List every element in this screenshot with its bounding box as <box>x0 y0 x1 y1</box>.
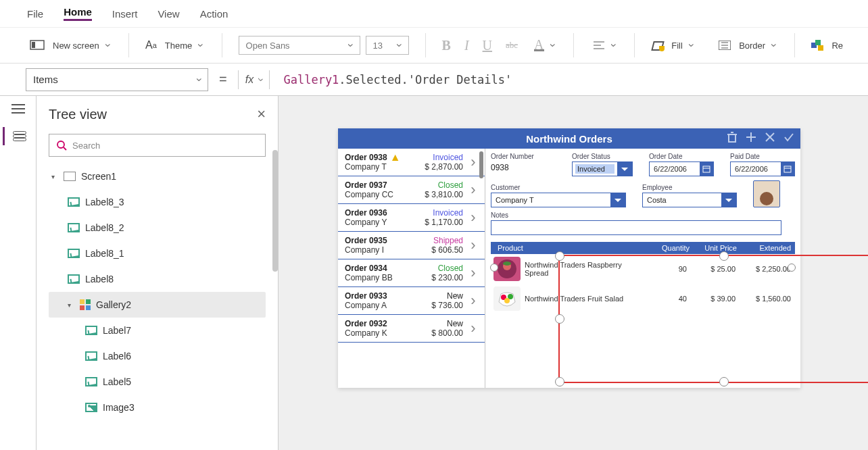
confirm-icon[interactable] <box>783 131 795 143</box>
gallery-icon <box>80 299 91 310</box>
customer-select[interactable]: Company T <box>491 193 626 207</box>
ribbon: New screen Aa Theme Open Sans 13 B I U a… <box>0 27 868 64</box>
new-screen-icon <box>30 40 45 51</box>
product-extended: $ 2,250.00 <box>737 265 791 273</box>
chevron-down-icon <box>195 74 201 86</box>
tree-node-label8[interactable]: Label8 <box>49 266 266 292</box>
order-status: Invoiced <box>425 208 463 218</box>
cancel-icon[interactable] <box>764 131 776 143</box>
formula-input[interactable]: Gallery1.Selected.'Order Details' <box>276 73 512 86</box>
fill-button[interactable]: Fill <box>669 38 696 53</box>
order-list-item[interactable]: Order 0934Closed›Company BB$ 230.00 <box>338 259 485 287</box>
chevron-down-icon <box>721 193 736 207</box>
tree-scrollbar[interactable] <box>272 150 278 272</box>
tree-node-label5[interactable]: Label5 <box>49 369 266 395</box>
label-icon <box>68 249 80 258</box>
new-screen-button[interactable]: New screen <box>50 38 112 53</box>
fx-button[interactable]: fx <box>245 74 263 86</box>
order-id: Order 0937 <box>345 180 420 190</box>
underline-icon[interactable]: U <box>483 38 492 53</box>
font-size-selector[interactable]: 13 <box>366 36 409 55</box>
reorder-button[interactable]: Re <box>829 39 846 52</box>
label-order-date: Order Date <box>649 153 714 160</box>
property-selector[interactable]: Items <box>26 68 208 91</box>
paid-date-input[interactable]: 6/22/2006 <box>730 161 795 176</box>
order-amount: $ 3,810.00 <box>425 190 463 199</box>
search-placeholder: Search <box>72 141 100 151</box>
item-handle[interactable] <box>788 264 796 272</box>
order-list-scrollbar[interactable] <box>479 151 483 178</box>
details-grid-row[interactable]: Northwind Traders Fruit Salad40$ 39.00$ … <box>491 284 795 314</box>
employee-avatar <box>753 180 780 207</box>
menu-home[interactable]: Home <box>64 6 92 21</box>
label-customer: Customer <box>491 184 626 191</box>
menu-insert[interactable]: Insert <box>112 8 138 20</box>
label-icon <box>68 197 80 207</box>
notes-input[interactable] <box>491 220 781 235</box>
order-amount: $ 736.00 <box>431 301 463 310</box>
chevron-down-icon <box>256 74 262 86</box>
menu-action[interactable]: Action <box>200 8 228 20</box>
order-list-item[interactable]: Order 0933New›Company A$ 736.00 <box>338 287 485 315</box>
close-panel-icon[interactable]: × <box>257 105 266 123</box>
label-order-number: Order Number <box>491 153 556 160</box>
tree-node-screen1[interactable]: ▾ Screen1 <box>49 164 266 189</box>
order-status: Closed <box>431 264 463 273</box>
label-notes: Notes <box>491 211 781 219</box>
order-date-input[interactable]: 6/22/2006 <box>649 161 714 176</box>
order-list-item[interactable]: Order 0932New›Company K$ 800.00 <box>338 315 485 343</box>
hamburger-icon[interactable] <box>11 104 25 114</box>
order-id: Order 0935 <box>345 236 427 245</box>
svg-rect-11 <box>818 45 823 51</box>
tree-view-rail-button[interactable] <box>3 127 32 145</box>
order-amount: $ 606.50 <box>431 245 463 255</box>
tree-node-gallery2[interactable]: ▾ Gallery2 <box>49 292 266 318</box>
order-list-item[interactable]: Order 0936Invoiced›Company Y$ 1,170.00 <box>338 204 485 232</box>
reorder-icon <box>811 40 823 51</box>
svg-point-30 <box>504 298 510 303</box>
calendar-icon <box>781 162 794 176</box>
order-status: Shipped <box>431 236 463 245</box>
bold-icon[interactable]: B <box>442 38 451 53</box>
delete-icon[interactable] <box>726 131 738 143</box>
order-list-item[interactable]: Order 0937Closed›Company CC$ 3,810.00 <box>338 176 485 204</box>
order-status-select[interactable]: Invoiced <box>572 161 633 176</box>
menu-file[interactable]: File <box>27 8 43 20</box>
canvas[interactable]: Northwind Orders Order 0938 ▲Invoiced›Co… <box>279 96 868 450</box>
add-icon[interactable] <box>745 131 757 143</box>
menu-view[interactable]: View <box>158 8 179 20</box>
details-grid-row[interactable]: Northwind Traders Raspberry Spread90$ 25… <box>491 254 795 284</box>
label-icon <box>85 351 97 361</box>
border-button[interactable]: Border <box>736 38 778 53</box>
order-list[interactable]: Order 0938 ▲Invoiced›Company T$ 2,870.00… <box>338 149 485 388</box>
tree-title: Tree view <box>49 107 107 122</box>
value-order-number: 0938 <box>491 161 556 174</box>
font-color-button[interactable]: A <box>531 38 557 53</box>
product-name: Northwind Traders Raspberry Spread <box>525 261 638 277</box>
employee-select[interactable]: Costa <box>642 193 737 207</box>
label-paid-date: Paid Date <box>730 153 795 160</box>
tree-node-label6[interactable]: Label6 <box>49 343 266 369</box>
collapse-icon[interactable]: ▾ <box>68 301 74 309</box>
product-qty: 90 <box>640 265 687 273</box>
font-selector[interactable]: Open Sans <box>239 36 360 55</box>
order-list-item[interactable]: Order 0935Shipped›Company I$ 606.50 <box>338 232 485 259</box>
tree-search-input[interactable]: Search <box>49 134 266 157</box>
product-extended: $ 1,560.00 <box>737 295 791 303</box>
tree-node-label8-1[interactable]: Label8_1 <box>49 241 266 266</box>
tree-node-label8-3[interactable]: Label8_3 <box>49 189 266 215</box>
tree-node-image3[interactable]: Image3 <box>49 395 266 420</box>
theme-button[interactable]: Theme <box>162 38 206 53</box>
strike-icon[interactable]: abc <box>506 40 518 51</box>
align-button[interactable] <box>590 38 618 53</box>
tree-node-label8-2[interactable]: Label8_2 <box>49 215 266 241</box>
chevron-down-icon <box>617 162 632 176</box>
tree-node-label7[interactable]: Label7 <box>49 318 266 343</box>
order-status: New <box>431 319 463 328</box>
item-handle[interactable] <box>490 264 498 272</box>
italic-icon[interactable]: I <box>464 38 469 53</box>
collapse-icon[interactable]: ▾ <box>51 173 58 180</box>
order-list-item[interactable]: Order 0938 ▲Invoiced›Company T$ 2,870.00 <box>338 149 485 176</box>
chevron-right-icon: › <box>467 157 479 168</box>
app-title: Northwind Orders <box>526 133 612 145</box>
